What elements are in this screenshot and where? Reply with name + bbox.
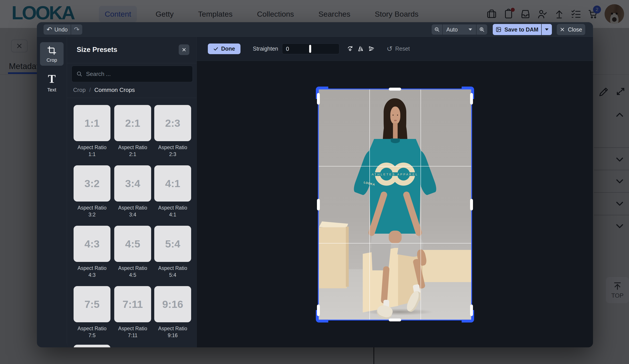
crop-handle[interactable] [317,93,320,104]
preset-tile-2:1[interactable]: 2:1 [114,105,151,141]
preset-label-ratio: 9:16 [154,332,191,339]
preset-tile-4:3[interactable]: 4:3 [74,226,111,262]
preset-ratio: 2:1 [125,117,140,129]
save-to-dam-label: Save to DAM [504,26,539,33]
straighten-slider-thumb[interactable] [309,45,311,53]
preset-tile-2:3[interactable]: 2:3 [154,105,191,141]
preset-ratio: 3:4 [125,177,140,189]
tool-text-label: Text [47,87,56,93]
preset-label-ratio: 4:3 [74,272,111,278]
preset-label: Aspect Ratio [114,325,151,332]
preset-label-ratio: 3:2 [74,211,111,218]
crop-handle[interactable] [470,304,473,316]
preset-tile-9:16[interactable]: 9:16 [154,286,191,322]
close-label: Close [568,26,582,33]
preset-tile-4:1[interactable]: 4:1 [154,165,191,201]
preset-tile-4:5[interactable]: 4:5 [114,226,151,262]
crop-handle[interactable] [317,304,320,316]
preset-label-ratio: 7:11 [114,332,151,339]
straighten-label: Straighten [253,45,278,52]
preset-ratio: 5:4 [165,238,180,250]
editor-canvas: Done Straighten 0 ↺ Reset [196,37,593,347]
preset-label: Aspect Ratio [154,144,191,151]
preset-ratio: 7:5 [84,298,100,310]
preset-ratio: 4:5 [125,238,140,250]
rotate-icon [346,45,354,52]
preset-tile-7:11[interactable]: 7:11 [114,286,151,322]
preset-tile-5:4[interactable]: 5:4 [154,226,191,262]
preset-label: Aspect Ratio [114,265,151,272]
preset-tile-7:5[interactable]: 7:5 [74,286,111,322]
preset-tile-3:4[interactable]: 3:4 [114,165,151,201]
preset-ratio: 4:1 [165,177,180,189]
zoom-out-button[interactable] [432,24,442,35]
save-to-dam-button[interactable]: Save to DAM [493,24,541,35]
straighten-value: 0 [286,46,289,52]
done-label: Done [221,45,235,52]
preset-label-ratio: 4:5 [114,272,151,278]
close-icon [560,27,565,32]
preset-label-ratio: 1:1 [74,151,111,158]
check-icon [213,46,218,52]
straighten-slider[interactable]: 0 [282,43,339,54]
preset-label-ratio: 5:4 [154,272,191,278]
preset-tile-3:2[interactable]: 3:2 [74,165,111,201]
undo-icon: ↶ [47,26,52,33]
image-icon [496,27,501,32]
preset-label: Aspect Ratio [154,325,191,332]
preset-label: Aspect Ratio [74,265,111,272]
tool-crop-label: Crop [46,57,57,63]
reset-button[interactable]: ↺ Reset [387,45,410,52]
rotate-button[interactable] [345,43,355,54]
preset-ratio: 4:3 [84,238,100,250]
size-presets-panel: Size Presets Crop / Common Crops 1:1Aspe… [67,37,196,347]
crop-handle[interactable] [317,199,320,210]
crop-handle[interactable] [470,93,473,104]
preset-label: Aspect Ratio [114,144,151,151]
crop-stage: ATHLETES APPAREL LOOKA [318,89,472,320]
close-editor-button[interactable]: Close [557,24,585,35]
redo-icon: ↷ [74,26,79,33]
preset-label: Aspect Ratio [154,204,191,211]
chevron-down-icon [545,28,549,31]
tools-rail: Crop T Text [37,37,67,347]
reset-label: Reset [395,45,410,52]
flip-horizontal-icon [357,45,364,52]
redo-button[interactable]: ↷ [71,24,82,35]
text-tool-icon: T [48,73,56,85]
preset-label: Aspect Ratio [74,144,111,151]
zoom-level-dropdown[interactable]: Auto [443,24,476,35]
preset-label: Aspect Ratio [74,204,111,211]
done-button[interactable]: Done [208,43,240,54]
editor-topbar: ↶ Undo ↷ Auto Save to DAM [37,22,593,37]
save-options-dropdown[interactable] [542,24,552,35]
crop-frame[interactable] [318,89,472,321]
preset-ratio: 1:1 [84,117,100,129]
preset-tile-1:1[interactable]: 1:1 [74,105,111,141]
preset-label: Aspect Ratio [74,325,111,332]
flip-vertical-icon [368,45,375,52]
crop-handle[interactable] [389,319,401,321]
crop-handle[interactable] [389,88,401,91]
preset-label-ratio: 2:3 [154,151,191,158]
preset-ratio: 3:2 [84,177,100,189]
preset-ratio: 9:16 [162,298,183,310]
flip-vertical-button[interactable] [366,43,377,54]
reset-icon: ↺ [387,45,393,52]
zoom-level-value: Auto [446,26,458,33]
tool-crop[interactable]: Crop [40,42,64,66]
crop-icon [47,46,56,55]
image-editor-modal: ↶ Undo ↷ Auto Save to DAM [37,22,593,347]
undo-button[interactable]: ↶ Undo [44,24,71,35]
flip-horizontal-button[interactable] [355,43,366,54]
undo-label: Undo [54,26,68,33]
zoom-in-button[interactable] [476,24,487,35]
chevron-down-icon [469,28,472,31]
preset-grid: 1:1Aspect Ratio1:12:1Aspect Ratio2:12:3A… [67,37,196,347]
tool-text[interactable]: T Text [40,72,64,96]
preset-ratio: 7:11 [123,298,143,310]
preset-label-ratio: 3:4 [114,211,151,218]
crop-handle[interactable] [470,199,473,210]
preset-tile-partial[interactable] [74,345,111,347]
preset-label: Aspect Ratio [154,265,191,272]
